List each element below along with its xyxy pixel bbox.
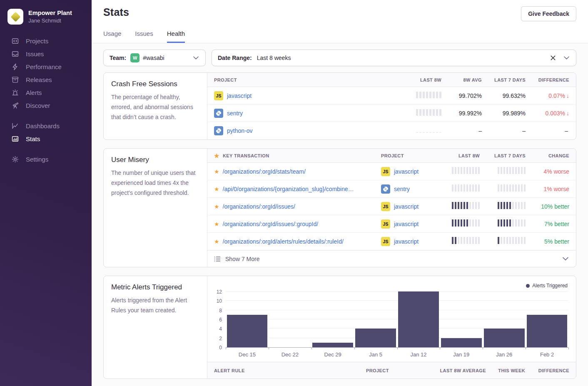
- column-header: KEY TRANSACTION: [223, 153, 269, 158]
- panel-title: User Misery: [111, 156, 199, 164]
- chart-bar: [226, 287, 269, 347]
- team-avatar: W: [130, 53, 140, 62]
- key-transaction-star-icon[interactable]: ★: [214, 204, 219, 209]
- sidebar-item-releases[interactable]: Releases: [0, 73, 92, 86]
- table-header-row: PROJECT LAST 8W 8W AVG LAST 7 DAYS DIFFE…: [207, 73, 576, 87]
- difference-value: 0.07% ↓: [548, 92, 569, 99]
- misery-sparkline-8w: [452, 184, 480, 192]
- javascript-platform-icon: JS: [381, 167, 390, 176]
- chart-bar: [483, 287, 526, 347]
- avg-8w-value: 99.702%: [459, 92, 482, 99]
- javascript-platform-icon: JS: [214, 91, 223, 100]
- alerts-bar-chart: Alerts Triggered 024681012 Dec 15Dec 22D…: [207, 276, 576, 362]
- sidebar-item-discover[interactable]: Discover: [0, 99, 92, 112]
- crash-free-sessions-table: PROJECT LAST 8W 8W AVG LAST 7 DAYS DIFFE…: [207, 73, 576, 139]
- empower-plant-logo-icon: [10, 12, 20, 22]
- tab-issues[interactable]: Issues: [135, 30, 153, 43]
- sidebar-item-alerts[interactable]: Alerts: [0, 86, 92, 99]
- sessions-sparkline: [416, 109, 441, 116]
- main-content: Stats Give Feedback Usage Issues Health …: [92, 0, 588, 386]
- metric-alerts-panel: Metric Alerts Triggered Alerts triggered…: [103, 276, 576, 379]
- chart-x-tick-label: Dec 15: [226, 351, 269, 358]
- gear-icon: [11, 156, 19, 163]
- sidebar-item-label: Dashboards: [26, 122, 60, 129]
- misery-sparkline-8w: [452, 202, 480, 209]
- clear-date-range-icon[interactable]: [550, 55, 556, 61]
- project-link[interactable]: javascript: [394, 168, 419, 175]
- issues-icon: [11, 50, 19, 58]
- sidebar-item-label: Releases: [26, 76, 52, 83]
- metric-alerts-main: Alerts Triggered 024681012 Dec 15Dec 22D…: [207, 276, 576, 379]
- sidebar-item-dashboards[interactable]: Dashboards: [0, 120, 92, 132]
- chart-bar: [311, 287, 354, 347]
- project-link[interactable]: javascript: [227, 92, 252, 99]
- projects-icon: [11, 37, 19, 45]
- misery-sparkline-7d: [498, 202, 526, 209]
- transaction-link[interactable]: /organizations/:orgId/alerts/rules/detai…: [223, 238, 344, 245]
- sidebar-item-performance[interactable]: Performance: [0, 60, 92, 73]
- misery-sparkline-8w: [452, 237, 480, 244]
- python-platform-icon: [214, 126, 223, 135]
- date-range-select[interactable]: Date Range: Last 8 weeks: [212, 50, 576, 66]
- project-link[interactable]: javascript: [394, 221, 419, 227]
- table-row: sentry 99.992% 99.989% 0.003% ↓: [207, 105, 576, 122]
- show-more-button[interactable]: Show 7 More: [207, 250, 576, 267]
- table-row: ★ /organizations/:orgId/alerts/rules/det…: [207, 233, 576, 250]
- transaction-link[interactable]: /organizations/:orgId/issues/: [223, 203, 295, 210]
- panel-title: Crash Free Sessions: [111, 80, 199, 88]
- misery-sparkline-8w: [452, 219, 480, 227]
- tab-health[interactable]: Health: [167, 30, 185, 43]
- transaction-link[interactable]: /organizations/:orgId/issues/:groupId/: [223, 221, 319, 227]
- user-name: Jane Schmidt: [28, 17, 72, 24]
- project-link[interactable]: python-ov: [227, 127, 252, 134]
- page-title: Stats: [103, 6, 129, 18]
- team-select[interactable]: Team: W #wasabi: [103, 50, 206, 66]
- key-transaction-star-icon[interactable]: ★: [214, 169, 219, 174]
- sidebar-item-settings[interactable]: Settings: [0, 153, 92, 166]
- project-link[interactable]: javascript: [394, 238, 419, 245]
- chevron-down-icon[interactable]: [562, 256, 569, 261]
- column-header: LAST 7 DAYS: [494, 153, 526, 158]
- avg-8w-value: –: [478, 127, 482, 134]
- project-link[interactable]: javascript: [394, 203, 419, 210]
- give-feedback-button[interactable]: Give Feedback: [521, 6, 576, 21]
- tab-usage[interactable]: Usage: [103, 30, 121, 43]
- nav-divider: [0, 145, 92, 153]
- crash-free-sessions-side: Crash Free Sessions The percentage of he…: [104, 73, 207, 139]
- key-transaction-star-icon[interactable]: ★: [214, 221, 219, 227]
- alerts-chart-plot: [226, 287, 568, 348]
- difference-value: 0.003% ↓: [546, 110, 569, 117]
- key-transaction-star-icon[interactable]: ★: [214, 186, 219, 192]
- key-transaction-star-icon[interactable]: ★: [214, 239, 219, 244]
- column-header: THIS WEEK: [498, 368, 525, 373]
- project-link[interactable]: sentry: [394, 186, 410, 192]
- chart-x-tick-label: Jan 19: [440, 351, 483, 358]
- sidebar-item-projects[interactable]: Projects: [0, 35, 92, 47]
- last-7-days-value: 99.632%: [503, 92, 526, 99]
- releases-icon: [11, 76, 19, 84]
- sidebar-item-label: Discover: [26, 102, 50, 109]
- date-range-label: Date Range:: [218, 55, 252, 61]
- health-content: Team: W #wasabi Date Range: Last 8 weeks: [92, 43, 588, 386]
- sidebar-item-stats[interactable]: Stats: [0, 132, 92, 145]
- chart-x-tick-label: Jan 26: [483, 351, 526, 358]
- project-link[interactable]: sentry: [227, 110, 243, 117]
- nav-divider: [0, 112, 92, 120]
- python-platform-icon: [214, 109, 223, 118]
- misery-sparkline-7d: [498, 219, 526, 227]
- change-value: 4% worse: [544, 168, 569, 175]
- column-header: CHANGE: [548, 153, 569, 158]
- chart-x-tick-label: Jan 5: [354, 351, 397, 358]
- metric-alerts-side: Metric Alerts Triggered Alerts triggered…: [104, 276, 207, 379]
- sessions-sparkline: [416, 132, 441, 133]
- transaction-link[interactable]: /api/0/organizations/{organization_slug}…: [223, 186, 354, 192]
- table-row: JS javascript 99.702% 99.632% 0.07% ↓: [207, 87, 576, 105]
- arrow-down-icon: ↓: [566, 110, 569, 117]
- show-more-label: Show 7 More: [225, 256, 259, 262]
- org-switcher[interactable]: Empower Plant Jane Schmidt: [0, 0, 92, 34]
- transaction-link[interactable]: /organizations/:orgId/stats/team/: [223, 168, 306, 175]
- sidebar-item-issues[interactable]: Issues: [0, 47, 92, 60]
- python-platform-icon: [381, 184, 390, 194]
- arrow-down-icon: ↓: [566, 92, 569, 99]
- sessions-sparkline: [416, 92, 441, 98]
